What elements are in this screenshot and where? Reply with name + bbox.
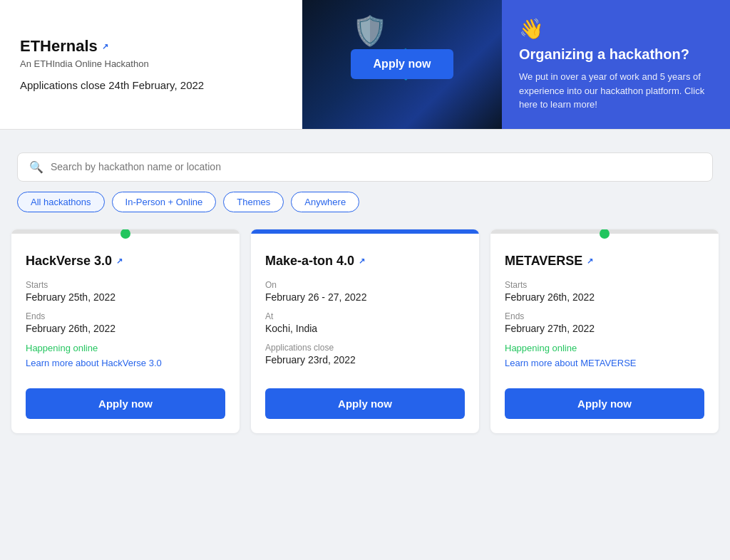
- makeaton-apply-button[interactable]: Apply now: [265, 388, 465, 419]
- hackverse-title: HackVerse 3.0 ↗: [26, 254, 225, 269]
- hackverse-ends-label: Ends: [26, 311, 225, 321]
- filter-all-hackathons[interactable]: All hackathons: [17, 192, 105, 212]
- metaverse-footer: Apply now: [490, 380, 719, 433]
- banner-apply-button[interactable]: Apply now: [351, 49, 454, 79]
- banner-title: ETHernals ↗: [20, 37, 282, 56]
- metaverse-card-body: METAVERSE ↗ Starts February 26th, 2022 E…: [490, 234, 719, 380]
- organizing-title: Organizing a hackathon?: [519, 46, 713, 63]
- makeaton-external-icon: ↗: [359, 256, 365, 266]
- hackverse-card-body: HackVerse 3.0 ↗ Starts February 25th, 20…: [11, 234, 240, 380]
- hackverse-ends-value: February 26th, 2022: [26, 323, 225, 334]
- external-link-icon: ↗: [102, 42, 108, 51]
- filter-anywhere[interactable]: Anywhere: [291, 192, 359, 212]
- metaverse-external-icon: ↗: [587, 256, 593, 266]
- top-banner: ETHernals ↗ An ETHIndia Online Hackathon…: [0, 0, 730, 130]
- metaverse-online-text: Happening online: [505, 343, 704, 353]
- makeaton-apps-close: February 23rd, 2022: [265, 354, 465, 365]
- metaverse-starts-value: February 26th, 2022: [505, 291, 704, 303]
- hackverse-apply-button[interactable]: Apply now: [26, 388, 225, 419]
- makeaton-footer: Apply now: [251, 380, 479, 433]
- banner-date: Applications close 24th February, 2022: [20, 79, 282, 91]
- makeaton-card: Make-a-ton 4.0 ↗ On February 26 - 27, 20…: [251, 229, 479, 433]
- metaverse-title: METAVERSE ↗: [505, 254, 704, 269]
- hackverse-online-text: Happening online: [26, 343, 225, 353]
- search-area: 🔍: [0, 141, 730, 182]
- makeaton-at-label: At: [265, 311, 465, 321]
- hackverse-starts-value: February 25th, 2022: [26, 291, 225, 303]
- makeaton-on-label: On: [265, 280, 465, 290]
- filter-in-person-online[interactable]: In-Person + Online: [112, 192, 217, 212]
- filter-themes[interactable]: Themes: [223, 192, 284, 212]
- makeaton-location: Kochi, India: [265, 323, 465, 334]
- makeaton-on-date: February 26 - 27, 2022: [265, 291, 465, 303]
- makeaton-top-bar: [251, 229, 479, 234]
- hackverse-card: HackVerse 3.0 ↗ Starts February 25th, 20…: [11, 229, 240, 433]
- hackverse-starts-label: Starts: [26, 280, 225, 290]
- organizing-description: We put in over a year of work and 5 year…: [519, 70, 713, 112]
- organizing-box[interactable]: 👋 Organizing a hackathon? We put in over…: [502, 0, 730, 129]
- hackverse-external-icon: ↗: [116, 256, 123, 266]
- cards-grid: HackVerse 3.0 ↗ Starts February 25th, 20…: [0, 224, 730, 450]
- search-bar: 🔍: [17, 152, 713, 182]
- filter-row: All hackathons In-Person + Online Themes…: [0, 182, 730, 224]
- banner-content: ETHernals ↗ An ETHIndia Online Hackathon…: [0, 0, 302, 129]
- hackverse-learn-more[interactable]: Learn more about HackVerse 3.0: [26, 358, 225, 368]
- metaverse-card: METAVERSE ↗ Starts February 26th, 2022 E…: [490, 229, 719, 433]
- banner-subtitle: An ETHIndia Online Hackathon: [20, 58, 282, 69]
- metaverse-ends-label: Ends: [505, 311, 704, 321]
- search-icon: 🔍: [29, 160, 43, 174]
- metaverse-ends-value: February 27th, 2022: [505, 323, 704, 334]
- hackverse-footer: Apply now: [11, 380, 240, 433]
- makeaton-card-body: Make-a-ton 4.0 ↗ On February 26 - 27, 20…: [251, 234, 479, 380]
- wave-emoji: 👋: [519, 17, 713, 41]
- makeaton-apps-close-label: Applications close: [265, 343, 465, 353]
- search-input[interactable]: [51, 161, 701, 172]
- banner-image: 🛡️✨💠 Apply now: [302, 0, 502, 129]
- metaverse-apply-button[interactable]: Apply now: [505, 388, 704, 419]
- metaverse-learn-more[interactable]: Learn more about METAVERSE: [505, 358, 704, 368]
- metaverse-starts-label: Starts: [505, 280, 704, 290]
- makeaton-title: Make-a-ton 4.0 ↗: [265, 254, 465, 269]
